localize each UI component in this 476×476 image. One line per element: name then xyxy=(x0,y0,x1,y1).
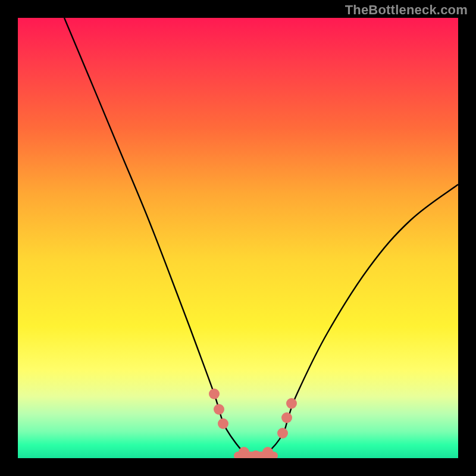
bottleneck-curve xyxy=(64,18,458,456)
watermark-text: TheBottleneck.com xyxy=(345,2,468,18)
chart-stage: TheBottleneck.com xyxy=(0,0,476,476)
marker-dots-group xyxy=(209,389,297,458)
marker-dot xyxy=(218,418,228,429)
marker-dot xyxy=(214,404,224,415)
marker-dot xyxy=(281,412,292,423)
marker-dot xyxy=(277,428,288,439)
curve-layer xyxy=(18,18,458,458)
marker-dot xyxy=(286,398,297,409)
plot-area xyxy=(18,18,458,458)
marker-dot xyxy=(209,389,220,399)
